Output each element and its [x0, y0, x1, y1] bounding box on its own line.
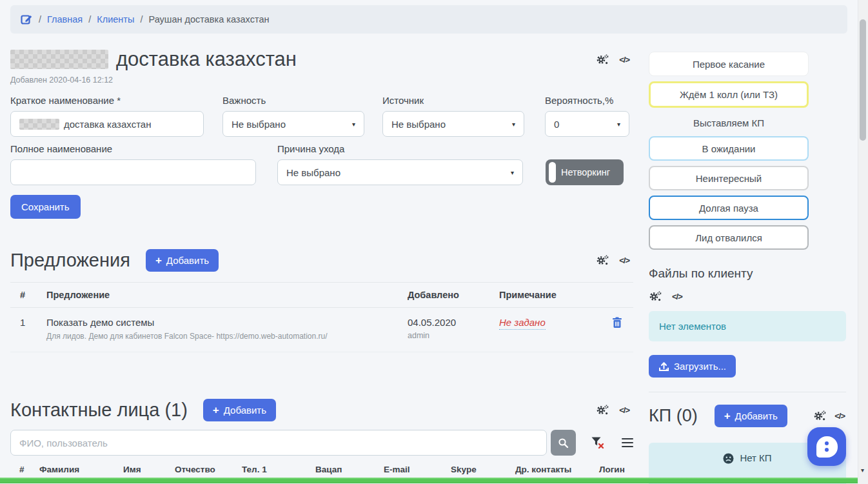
offers-add-button[interactable]: + Добавить [146, 249, 219, 272]
dropdown-arrow-icon: ▾ [512, 121, 515, 128]
col-added: Добавлено [408, 290, 499, 300]
sidebar: Первое касание Ждём 1 колл (или ТЗ) Выст… [649, 52, 846, 484]
breadcrumb-current: Раушан доставка казахстан [148, 14, 269, 25]
table-row: 1 Показать демо системы Для лидов. Демо … [10, 308, 633, 352]
client-section: доставка казахстан </> Добавлен 2020-04-… [10, 48, 633, 219]
breadcrumb-separator: / [140, 14, 143, 25]
settings-cogs-icon[interactable] [813, 410, 826, 421]
divider [649, 392, 846, 392]
plus-icon: + [213, 405, 219, 416]
kp-add-button[interactable]: + Добавить [715, 405, 787, 427]
contacts-add-button[interactable]: + Добавить [203, 399, 276, 421]
short-name-input[interactable]: доставка казахстан [10, 111, 204, 137]
stage-first-touch[interactable]: Первое касание [649, 52, 809, 76]
delete-trash-icon[interactable] [612, 317, 622, 328]
plus-icon: + [724, 410, 731, 421]
chat-bubble-icon [816, 436, 838, 458]
code-icon[interactable]: </> [619, 405, 629, 415]
full-name-input[interactable] [10, 159, 256, 185]
menu-hamburger-icon[interactable] [622, 438, 633, 448]
search-icon [558, 438, 569, 449]
vertical-scrollbar-thumb[interactable] [860, 19, 866, 141]
importance-label: Важность [222, 95, 364, 106]
offer-author: admin [408, 331, 499, 340]
settings-cogs-icon[interactable] [596, 54, 609, 65]
sad-face-icon [723, 453, 734, 464]
chat-widget-button[interactable] [807, 427, 846, 466]
source-select[interactable]: Не выбрано ▾ [382, 111, 524, 137]
probability-select[interactable]: 0 ▾ [545, 111, 629, 137]
page-title: доставка казахстан [10, 48, 297, 71]
contacts-table-header: # Фамилия Имя Отчество Тел. 1 Вацап E-ma… [10, 465, 633, 474]
dropdown-arrow-icon: ▾ [352, 121, 355, 128]
search-button[interactable] [551, 430, 576, 456]
stage-wait-call[interactable]: Ждём 1 колл (или ТЗ) [649, 81, 809, 108]
toggle-knob [549, 162, 556, 183]
kp-title: КП (0) [649, 406, 698, 426]
edit-icon[interactable] [21, 14, 33, 26]
offer-note-link[interactable]: Не задано [499, 317, 546, 330]
stage-waiting[interactable]: В ожидании [649, 136, 809, 161]
offer-description: Для лидов. Демо для кабинетов Falcon Spa… [46, 332, 395, 341]
breadcrumb-separator: / [39, 14, 41, 25]
contacts-section: Контактные лица (1) + Добавить </> [10, 399, 633, 479]
offers-table-header: # Предложение Добавлено Примечание [10, 282, 633, 308]
plus-icon: + [155, 255, 162, 266]
settings-cogs-icon[interactable] [596, 255, 609, 266]
full-name-label: Полное наименование [10, 143, 256, 154]
networking-toggle[interactable]: Нетворкинг [546, 159, 624, 185]
upload-button[interactable]: Загрузить... [649, 355, 736, 378]
settings-cogs-icon[interactable] [596, 405, 609, 416]
offer-date: 04.05.2020 [408, 317, 499, 328]
filter-clear-icon[interactable] [591, 436, 605, 450]
leave-reason-select[interactable]: Не выбрано ▾ [277, 159, 523, 185]
dropdown-arrow-icon: ▾ [511, 169, 514, 176]
dropdown-arrow-icon: ▾ [617, 121, 620, 128]
settings-cogs-icon[interactable] [649, 291, 662, 302]
vertical-scrollbar[interactable]: ▾ [858, 0, 868, 484]
col-num: # [10, 290, 46, 300]
breadcrumb: / Главная / Клиенты / Раушан доставка ка… [10, 5, 847, 34]
leave-reason-label: Причина ухода [277, 143, 523, 154]
contacts-title: Контактные лица (1) [10, 399, 188, 421]
col-offer: Предложение [46, 290, 408, 300]
scroll-down-arrow-icon[interactable]: ▾ [861, 467, 864, 474]
short-name-label: Краткое наименование * [10, 95, 204, 106]
stage-long-pause[interactable]: Долгая пауза [649, 196, 809, 220]
probability-label: Вероятность,% [545, 95, 629, 106]
save-button[interactable]: Сохранить [10, 195, 81, 219]
redacted-title-block [10, 50, 108, 69]
files-title: Файлы по клиенту [649, 267, 846, 281]
stage-send-kp[interactable]: Выставляем КП [649, 113, 809, 132]
source-label: Источник [382, 95, 524, 106]
code-icon[interactable]: </> [619, 55, 629, 65]
offers-title: Предложения [10, 250, 130, 271]
added-timestamp: Добавлен 2020-04-16 12:12 [10, 76, 633, 85]
col-note: Примечание [499, 290, 601, 300]
code-icon[interactable]: </> [834, 411, 845, 421]
code-icon[interactable]: </> [619, 256, 629, 265]
redacted-value-block [19, 119, 59, 130]
code-icon[interactable]: </> [672, 292, 682, 301]
offer-num: 1 [10, 317, 46, 341]
search-input[interactable] [10, 430, 547, 456]
offer-name: Показать демо системы [46, 317, 395, 328]
breadcrumb-link-home[interactable]: Главная [47, 14, 83, 25]
files-empty-alert: Нет элементов [649, 311, 846, 341]
stage-lead-lost[interactable]: Лид отвалился [649, 225, 809, 250]
stage-not-interesting[interactable]: Неинтересный [649, 166, 809, 190]
breadcrumb-link-clients[interactable]: Клиенты [97, 14, 134, 25]
importance-select[interactable]: Не выбрано ▾ [222, 111, 364, 137]
breadcrumb-separator: / [88, 14, 91, 25]
horizontal-scrollbar[interactable] [0, 478, 858, 483]
upload-icon [658, 361, 669, 372]
offers-section: Предложения + Добавить </> # Предложение… [10, 249, 633, 352]
